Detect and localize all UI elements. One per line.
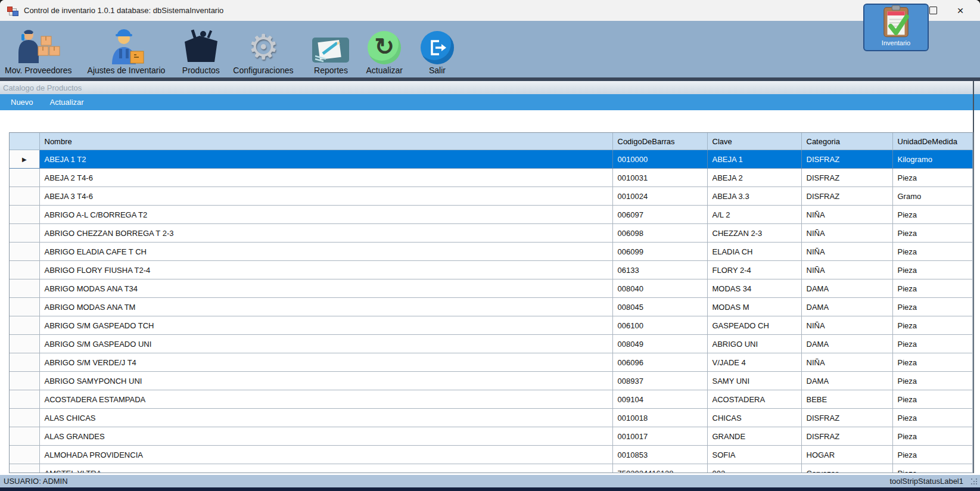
row-header-current-indicator[interactable]: ▶ xyxy=(10,150,39,169)
cell-categoria[interactable]: NIÑA xyxy=(801,206,892,224)
toolbar-item-productos[interactable]: Productos xyxy=(181,29,221,77)
row-header-cell[interactable] xyxy=(10,187,39,206)
table-row[interactable]: ABRIGO MODAS ANA TM008045MODAS MDAMAPiez… xyxy=(10,298,972,316)
toolbar-item-ajustes-de-inventario[interactable]: Ajustes de Inventario xyxy=(88,27,166,77)
resize-grip-icon[interactable] xyxy=(971,478,978,486)
cell-categoria[interactable]: DISFRAZ xyxy=(801,150,892,169)
cell-categoria[interactable]: DISFRAZ xyxy=(801,169,892,187)
cell-categoria[interactable]: NIÑA xyxy=(801,224,892,243)
cell-clave[interactable]: ABRIGO UNI xyxy=(707,335,801,353)
row-header-cell[interactable] xyxy=(10,464,39,474)
cell-categoria[interactable]: DAMA xyxy=(801,372,892,390)
cell-nombre[interactable]: AMSTEL YLTRA xyxy=(39,464,612,474)
table-row[interactable]: ACOSTADERA ESTAMPADA009104ACOSTADERABEBE… xyxy=(10,390,972,409)
cell-nombre[interactable]: ABRIGO MODAS ANA TM xyxy=(39,298,612,316)
grid-corner-cell[interactable] xyxy=(10,133,39,150)
cell-codigodebarras[interactable]: 006097 xyxy=(612,206,707,224)
cell-nombre[interactable]: ABRIGO ELADIA CAFE T CH xyxy=(39,243,612,261)
cell-nombre[interactable]: ABEJA 1 T2 xyxy=(39,150,612,169)
table-row[interactable]: ▶ABEJA 1 T20010000ABEJA 1DISFRAZKilogram… xyxy=(10,150,972,169)
cell-codigodebarras[interactable]: 009104 xyxy=(612,390,707,409)
cell-clave[interactable]: V/JADE 4 xyxy=(707,353,801,372)
row-header-cell[interactable] xyxy=(10,243,39,261)
cell-unidaddemedida[interactable]: Pieza xyxy=(892,335,972,353)
toolbar-item-configuraciones[interactable]: ⚙Configuraciones xyxy=(233,30,293,77)
table-row[interactable]: ABRIGO A-L C/BORREGA T2006097A/L 2NIÑAPi… xyxy=(10,206,972,224)
cell-codigodebarras[interactable]: 0010024 xyxy=(612,187,707,206)
table-row[interactable]: ABRIGO ELADIA CAFE T CH006099ELADIA CHNI… xyxy=(10,243,972,261)
cell-categoria[interactable]: DISFRAZ xyxy=(801,187,892,206)
cell-nombre[interactable]: ABRIGO MODAS ANA T34 xyxy=(39,279,612,298)
cell-clave[interactable]: GASPEADO CH xyxy=(707,316,801,335)
cell-unidaddemedida[interactable]: Pieza xyxy=(892,261,972,279)
cell-unidaddemedida[interactable]: Pieza xyxy=(892,409,972,427)
cell-nombre[interactable]: ABRIGO S/M VERDE/J T4 xyxy=(39,353,612,372)
row-header-cell[interactable] xyxy=(10,279,39,298)
cell-unidaddemedida[interactable]: Gramo xyxy=(892,187,972,206)
cell-clave[interactable]: GRANDE xyxy=(707,427,801,446)
cell-clave[interactable]: MODAS 34 xyxy=(707,279,801,298)
cell-codigodebarras[interactable]: 0010017 xyxy=(612,427,707,446)
cell-nombre[interactable]: ABRIGO SAMYPONCH UNI xyxy=(39,372,612,390)
toolbar-item-mov-proveedores[interactable]: Mov. Proveedores xyxy=(5,29,72,77)
cell-codigodebarras[interactable]: 0010853 xyxy=(612,446,707,464)
cell-codigodebarras[interactable]: 008045 xyxy=(612,298,707,316)
row-header-cell[interactable] xyxy=(10,446,39,464)
cell-nombre[interactable]: ALAS CHICAS xyxy=(39,409,612,427)
cell-clave[interactable]: SAMY UNI xyxy=(707,372,801,390)
cell-codigodebarras[interactable]: 06133 xyxy=(612,261,707,279)
cell-codigodebarras[interactable]: 008040 xyxy=(612,279,707,298)
table-row[interactable]: ABRIGO S/M GASPEADO TCH006100GASPEADO CH… xyxy=(10,316,972,335)
cell-categoria[interactable]: NIÑA xyxy=(801,353,892,372)
cell-categoria[interactable]: HOGAR xyxy=(801,446,892,464)
row-header-cell[interactable] xyxy=(10,390,39,409)
cell-nombre[interactable]: ABRIGO FLORY FIUSHA T2-4 xyxy=(39,261,612,279)
cell-categoria[interactable]: DISFRAZ xyxy=(801,427,892,446)
row-header-cell[interactable] xyxy=(10,427,39,446)
cell-unidaddemedida[interactable]: Pieza xyxy=(892,464,972,474)
cell-nombre[interactable]: ALAS GRANDES xyxy=(39,427,612,446)
cell-codigodebarras[interactable]: 006099 xyxy=(612,243,707,261)
row-header-cell[interactable] xyxy=(10,353,39,372)
cell-categoria[interactable]: NIÑA xyxy=(801,261,892,279)
toolbar-item-reportes[interactable]: Reportes xyxy=(312,36,351,77)
cell-categoria[interactable]: NIÑA xyxy=(801,316,892,335)
row-header-cell[interactable] xyxy=(10,206,39,224)
cell-unidaddemedida[interactable]: Pieza xyxy=(892,224,972,243)
cell-codigodebarras[interactable]: 006100 xyxy=(612,316,707,335)
cell-codigodebarras[interactable]: 0010018 xyxy=(612,409,707,427)
cell-categoria[interactable]: DAMA xyxy=(801,298,892,316)
table-row[interactable]: ALAS CHICAS0010018CHICASDISFRAZPieza xyxy=(10,409,972,427)
table-row[interactable]: ABRIGO CHEZZAN BORREGA T 2-3006098CHEZZA… xyxy=(10,224,972,243)
cell-clave[interactable]: ABEJA 1 xyxy=(707,150,801,169)
table-row[interactable]: ABRIGO MODAS ANA T34008040MODAS 34DAMAPi… xyxy=(10,279,972,298)
cell-categoria[interactable]: NIÑA xyxy=(801,243,892,261)
inventario-logo-button[interactable]: Inventario xyxy=(863,4,929,51)
cell-unidaddemedida[interactable]: Pieza xyxy=(892,298,972,316)
column-header-categoria[interactable]: Categoria xyxy=(801,133,892,150)
cell-codigodebarras[interactable]: 006098 xyxy=(612,224,707,243)
table-row[interactable]: ABEJA 3 T4-60010024ABEJA 3.3DISFRAZGramo xyxy=(10,187,972,206)
cell-clave[interactable]: CHEZZAN 2-3 xyxy=(707,224,801,243)
cell-unidaddemedida[interactable]: Pieza xyxy=(892,353,972,372)
cell-codigodebarras[interactable]: 006096 xyxy=(612,353,707,372)
table-row[interactable]: ABRIGO SAMYPONCH UNI008937SAMY UNIDAMAPi… xyxy=(10,372,972,390)
cell-categoria[interactable]: DAMA xyxy=(801,279,892,298)
cell-clave[interactable]: SOFIA xyxy=(707,446,801,464)
menu-item-actualizar[interactable]: Actualizar xyxy=(42,95,92,110)
cell-clave[interactable]: 002 xyxy=(707,464,801,474)
toolbar-item-actualizar[interactable]: ↻Actualizar xyxy=(366,31,403,77)
menu-item-nuevo[interactable]: Nuevo xyxy=(2,95,42,110)
row-header-cell[interactable] xyxy=(10,409,39,427)
cell-codigodebarras[interactable]: 0010000 xyxy=(612,150,707,169)
row-header-cell[interactable] xyxy=(10,224,39,243)
column-header-clave[interactable]: Clave xyxy=(707,133,801,150)
cell-unidaddemedida[interactable]: Pieza xyxy=(892,206,972,224)
cell-nombre[interactable]: ABRIGO S/M GASPEADO UNI xyxy=(39,335,612,353)
cell-nombre[interactable]: ABRIGO A-L C/BORREGA T2 xyxy=(39,206,612,224)
cell-unidaddemedida[interactable]: Pieza xyxy=(892,390,972,409)
row-header-cell[interactable] xyxy=(10,372,39,390)
cell-nombre[interactable]: ALMOHADA PROVIDENCIA xyxy=(39,446,612,464)
cell-unidaddemedida[interactable]: Pieza xyxy=(892,279,972,298)
cell-clave[interactable]: ABEJA 2 xyxy=(707,169,801,187)
